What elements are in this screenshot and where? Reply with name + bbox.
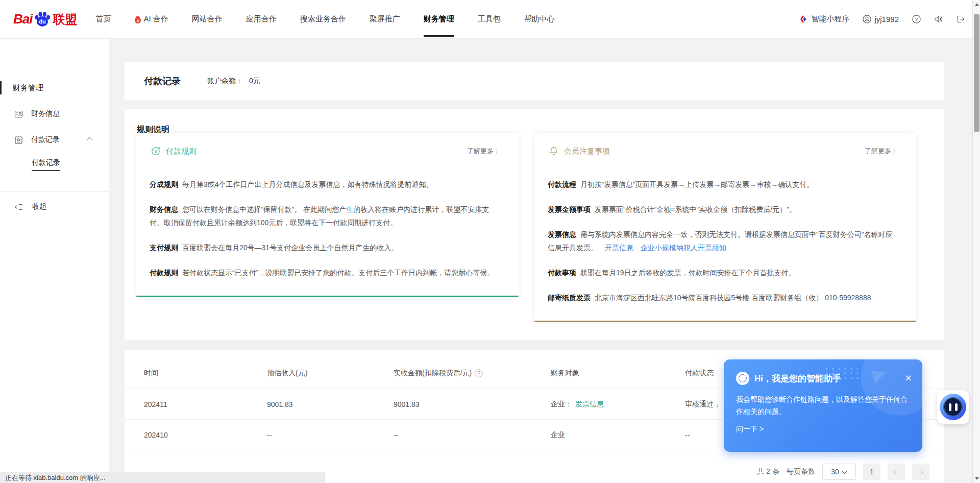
cell-time: 202411 (144, 400, 267, 408)
column-header-time: 时间 (144, 369, 267, 378)
chevron-up-icon (87, 137, 92, 142)
account-balance: 账户余额： 0元 (207, 77, 260, 86)
pagination: 共 2 条 每页条数 30 1 (757, 464, 929, 480)
payment-rules-body: 分成规则每月第3或4个工作日产出上月分成信息及发票信息，如有特殊情况将提前通知。… (150, 178, 499, 291)
sidebar-item-finance-info[interactable]: 财务信息 (0, 106, 109, 122)
assistant-message: 我会帮助您诊断合作链路问题，以及解答您关于任何合作相关的问题。 (736, 393, 911, 418)
nav-toolkit[interactable]: 工具包 (478, 0, 501, 38)
sound-button[interactable] (934, 15, 943, 23)
member-notes-title: 会员注意事项 (564, 147, 610, 156)
column-header-estimated-income: 预估收入(元) (267, 369, 394, 378)
finance-info-icon (14, 110, 23, 118)
member-notes-more-link[interactable]: 了解更多〉 (865, 147, 899, 156)
baidu-paw-icon: du (33, 11, 52, 28)
top-navigation: Bai du 联盟 首页 AI 合作 网站合作 应用合作 搜索业务合作 聚屏推广 (0, 0, 980, 39)
baidu-union-logo[interactable]: Bai du 联盟 (13, 11, 77, 28)
scroll-up-arrow-icon[interactable] (975, 3, 979, 6)
rule-paragraph: 付款事项联盟在每月19日之后签收的发票，付款时间安排在下个月首批支付。 (548, 266, 897, 279)
status-text: 正在等待 xlab.baidu.com 的响应... (5, 473, 106, 482)
nav-screen-promotion[interactable]: 聚屏推广 (370, 0, 400, 38)
cell-estimated: -- (267, 431, 394, 439)
robot-face-icon (940, 394, 966, 420)
cell-actual: -- (394, 431, 551, 439)
sidebar-divider (0, 191, 109, 192)
nav-finance-management[interactable]: 财务管理 (424, 0, 454, 38)
rule-paragraph: 邮寄纸质发票北京市海淀区西北旺东路10号院百度科技园5号楼 百度联盟财务组（收）… (548, 291, 897, 304)
logo-bai-text: Bai (13, 11, 32, 27)
help-icon: ? (912, 15, 921, 23)
compass-icon (736, 372, 749, 385)
sidebar-collapse-button[interactable]: 收起 (0, 200, 109, 214)
nav-right-area: 智能小程序 jyj1992 ? (799, 14, 965, 24)
sidebar-group-title: 财务管理 (13, 83, 43, 93)
rule-paragraph: 财务信息您可以在财务信息中选择“保留付款”。 在此期间您产生的收入将在账户内进行… (150, 203, 499, 229)
sidebar-subitem-payment-records-active[interactable]: 付款记录 (32, 158, 60, 171)
coin-yuan-icon: ¥ (151, 146, 161, 156)
collapse-icon (14, 203, 23, 211)
nav-website-cooperation[interactable]: 网站合作 (192, 0, 223, 38)
scroll-down-arrow-icon[interactable] (975, 477, 979, 480)
popup-arrow (922, 397, 922, 406)
small-taxpayer-notice-link[interactable]: 企业小规模纳税人开票须知 (641, 244, 726, 252)
payment-rules-card: ¥ 付款规则 了解更多〉 分成规则每月第3或4个工作日产出上月分成信息及发票信息… (136, 133, 519, 297)
cell-estimated: 9001.83 (267, 400, 394, 408)
nav-ai-cooperation[interactable]: AI 合作 (134, 0, 168, 38)
user-account[interactable]: jyj1992 (863, 15, 899, 23)
rule-paragraph: 支付规则百度联盟会在每月20号—31号支付企业会员上个自然月产生的收入。 (150, 241, 499, 254)
chevron-left-icon (893, 469, 899, 474)
help-button[interactable]: ? (912, 15, 921, 23)
svg-text:?: ? (915, 17, 918, 22)
sidebar-item-payment-records[interactable]: 付款记录 (0, 132, 109, 148)
prev-page-button[interactable] (888, 464, 905, 480)
rule-paragraph: 付款流程月初按“发票信息”页面开具发票→上传发票→邮寄发票→审核→确认支付。 (548, 178, 897, 191)
svg-text:¥: ¥ (154, 149, 157, 154)
collapse-label: 收起 (32, 202, 46, 211)
cell-time: 202410 (144, 431, 267, 439)
svg-text:du: du (39, 18, 46, 25)
chevron-right-icon: 〉 (495, 147, 501, 156)
logo-union-text: 联盟 (53, 11, 77, 28)
nav-help-center[interactable]: 帮助中心 (524, 0, 555, 38)
payment-rules-header: ¥ 付款规则 了解更多〉 (151, 146, 501, 156)
question-circle-icon[interactable]: ? (475, 369, 483, 377)
chevron-right-icon: 〉 (893, 147, 899, 156)
per-page-select[interactable]: 30 (822, 464, 856, 480)
cell-finance-target: 企业 (551, 430, 685, 440)
sidebar-subitem-label: 付款记录 (32, 158, 60, 171)
smart-assistant-popup: Hi，我是您的智能助手 ✕ 我会帮助您诊断合作链路问题，以及解答您关于任何合作相… (724, 359, 922, 452)
main-menu: 首页 AI 合作 网站合作 应用合作 搜索业务合作 聚屏推广 财务管理 工具包 … (95, 0, 554, 38)
sidebar: 财务管理 财务信息 付款记录 付款记录 收起 (0, 39, 109, 483)
scrollbar-thumb[interactable] (974, 14, 979, 132)
invoice-info-link[interactable]: 开票信息 (605, 244, 633, 252)
nav-search-business[interactable]: 搜索业务合作 (300, 0, 346, 38)
balance-label: 账户余额： (207, 77, 243, 85)
page-number-button[interactable]: 1 (863, 464, 880, 480)
flame-icon (134, 15, 141, 23)
sidebar-group-finance-management: 财务管理 (0, 81, 109, 95)
per-page-label: 每页条数 (787, 467, 815, 476)
ask-now-link[interactable]: 问一下 > (736, 425, 764, 434)
invoice-info-table-link[interactable]: 发票信息 (575, 400, 604, 408)
browser-status-bar: 正在等待 xlab.baidu.com 的响应... (0, 472, 325, 483)
browser-scrollbar[interactable] (972, 0, 980, 483)
assistant-robot-avatar[interactable] (937, 390, 969, 424)
sidebar-item-label: 财务信息 (31, 109, 60, 118)
rules-section-card: 规则说明 ¥ 付款规则 了解更多〉 分成规则每月第3或4个工作日产出上月分成信息… (125, 109, 944, 340)
member-notes-card: 会员注意事项 了解更多〉 付款流程月初按“发票信息”页面开具发票→上传发票→邮寄… (534, 133, 916, 322)
rule-paragraph: 分成规则每月第3或4个工作日产出上月分成信息及发票信息，如有特殊情况将提前通知。 (150, 178, 499, 191)
rule-paragraph: 付款规则若付款状态显示“已支付”，说明联盟已安排了您的付款。支付后三个工作日内到… (150, 266, 499, 279)
close-icon[interactable]: ✕ (904, 374, 912, 383)
nav-app-cooperation[interactable]: 应用合作 (246, 0, 277, 38)
payment-rules-more-link[interactable]: 了解更多〉 (467, 147, 501, 156)
cell-finance-target: 企业：发票信息 (551, 400, 685, 409)
chevron-down-icon (842, 468, 847, 474)
nav-home[interactable]: 首页 (95, 0, 111, 38)
next-page-button[interactable] (912, 464, 929, 480)
page-header-card: 付款记录 账户余额： 0元 (125, 62, 944, 100)
column-header-actual-amount: 实收金额(扣除税费后/元) ? (394, 369, 551, 378)
smart-miniprogram-entry[interactable]: 智能小程序 (799, 14, 849, 24)
miniprogram-diamond-icon (799, 15, 808, 23)
logout-button[interactable] (956, 15, 965, 23)
bell-icon (549, 146, 559, 156)
sidebar-item-label: 付款记录 (31, 135, 60, 144)
